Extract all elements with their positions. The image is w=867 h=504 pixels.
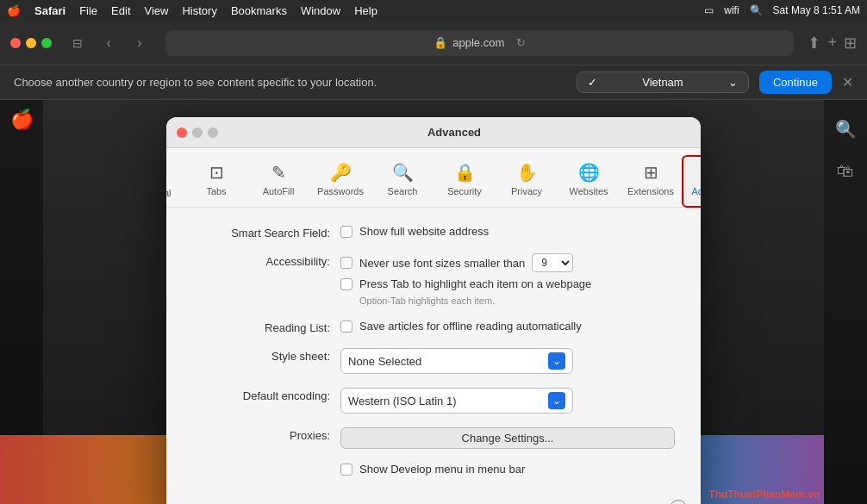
develop-label-spacer xyxy=(192,463,330,464)
menubar: 🍎 Safari File Edit View History Bookmark… xyxy=(0,0,867,21)
menubar-search[interactable]: 🔍 xyxy=(750,4,763,16)
country-dropdown[interactable]: ✓ Vietnam ⌄ xyxy=(577,72,749,93)
bookmarks-menu[interactable]: Bookmarks xyxy=(231,4,287,17)
passwords-icon: 🔑 xyxy=(330,162,352,183)
reading-list-checkbox[interactable] xyxy=(340,320,352,333)
change-settings-button[interactable]: Change Settings... xyxy=(340,427,675,449)
notification-bar: Choose another country or region to see … xyxy=(0,65,867,100)
develop-checkbox[interactable] xyxy=(340,464,352,476)
minimize-button[interactable] xyxy=(26,38,36,48)
accessibility-label: Accessibility: xyxy=(192,253,330,268)
tab-highlight-label: Press Tab to highlight each item on a we… xyxy=(359,277,591,290)
font-size-label: Never use font sizes smaller than xyxy=(359,257,525,270)
lock-icon: 🔒 xyxy=(434,36,447,49)
view-menu[interactable]: View xyxy=(145,4,169,17)
encoding-row: Default encoding: Western (ISO Latin 1) … xyxy=(192,388,675,414)
tab-tabs[interactable]: ⊡ Tabs xyxy=(185,155,247,207)
font-size-select[interactable]: 9 10 12 xyxy=(532,253,573,272)
smart-search-content: Show full website address xyxy=(340,225,675,238)
safari-toolbar: ⊟ ‹ › 🔒 apple.com ↻ ⬆ + ⊞ xyxy=(0,21,867,65)
develop-checkbox-label: Show Develop menu in menu bar xyxy=(359,463,525,476)
history-menu[interactable]: History xyxy=(182,4,216,17)
encoding-dropdown[interactable]: Western (ISO Latin 1) ⌄ xyxy=(340,388,573,414)
close-button[interactable] xyxy=(10,38,21,48)
safari-window: ⊟ ‹ › 🔒 apple.com ↻ ⬆ + ⊞ Choose another… xyxy=(0,21,867,504)
style-sheet-dropdown[interactable]: None Selected ⌄ xyxy=(340,348,573,374)
smart-search-row: Smart Search Field: Show full website ad… xyxy=(192,225,675,240)
page-content: 🍎 🔍 🛍 ThuThuatPhanMem.vn Advanced xyxy=(0,100,867,504)
safari-menu[interactable]: Safari xyxy=(34,4,65,17)
url-text: apple.com xyxy=(452,36,504,49)
tabs-row: ⚙ General ⊡ Tabs ✎ AutoFill 🔑 Passwords xyxy=(166,148,701,208)
accessibility-row: Accessibility: Never use font sizes smal… xyxy=(192,253,675,306)
tab-extensions[interactable]: ⊞ Extensions xyxy=(620,155,682,207)
tab-highlight-checkbox[interactable] xyxy=(340,278,352,290)
tab-privacy[interactable]: ✋ Privacy xyxy=(496,155,558,207)
proxies-content: Change Settings... xyxy=(340,427,675,449)
tab-security[interactable]: 🔒 Security xyxy=(434,155,496,207)
tab-advanced[interactable]: ⚙ Advanced xyxy=(682,155,701,208)
apple-menu-icon[interactable]: 🍎 xyxy=(7,4,21,17)
tab-autofill[interactable]: ✎ AutoFill xyxy=(247,155,309,207)
reading-list-label: Reading List: xyxy=(192,320,330,334)
new-tab-icon[interactable]: + xyxy=(827,34,837,52)
accessibility-hint: Option-Tab highlights each item. xyxy=(359,296,675,306)
tab-autofill-label: AutoFill xyxy=(263,186,295,196)
forward-button[interactable]: › xyxy=(128,31,152,55)
address-bar[interactable]: 🔒 apple.com ↻ xyxy=(165,30,794,56)
tab-search-label: Search xyxy=(388,186,418,196)
dialog-close-button[interactable] xyxy=(177,128,187,138)
edit-menu[interactable]: Edit xyxy=(111,4,130,17)
menubar-battery: ▭ xyxy=(704,4,714,16)
style-sheet-row: Style sheet: None Selected ⌄ xyxy=(192,348,675,374)
back-button[interactable]: ‹ xyxy=(97,31,121,55)
sidebar-icon[interactable]: ⊞ xyxy=(844,34,857,53)
encoding-label: Default encoding: xyxy=(192,388,330,402)
extensions-icon: ⊞ xyxy=(644,162,658,183)
tab-passwords-label: Passwords xyxy=(317,186,364,196)
dialog-footer: ? xyxy=(166,493,701,504)
tab-general[interactable]: ⚙ General xyxy=(166,155,185,207)
menubar-time: Sat May 8 1:51 AM xyxy=(773,4,860,16)
font-size-checkbox[interactable] xyxy=(340,257,352,269)
help-button[interactable]: ? xyxy=(670,500,687,504)
window-menu[interactable]: Window xyxy=(301,4,340,17)
tab-security-label: Security xyxy=(447,186,482,196)
font-size-row: Never use font sizes smaller than 9 10 1… xyxy=(340,253,675,272)
style-sheet-value: None Selected xyxy=(348,355,421,368)
close-notification-button[interactable]: ✕ xyxy=(842,74,853,90)
dialog-body: Smart Search Field: Show full website ad… xyxy=(166,208,701,493)
encoding-arrow-icon: ⌄ xyxy=(548,392,565,409)
tab-passwords[interactable]: 🔑 Passwords xyxy=(309,155,371,207)
smart-search-checkbox-label: Show full website address xyxy=(359,225,489,238)
tab-extensions-label: Extensions xyxy=(627,186,674,196)
websites-icon: 🌐 xyxy=(578,162,600,183)
privacy-icon: ✋ xyxy=(516,162,538,183)
fullscreen-button[interactable] xyxy=(41,38,52,48)
dialog-title: Advanced xyxy=(218,126,690,139)
style-sheet-arrow-icon: ⌄ xyxy=(548,352,565,370)
tab-search[interactable]: 🔍 Search xyxy=(371,155,434,207)
dialog-overlay: Advanced ⚙ General ⊡ Tabs ✎ AutoFill xyxy=(0,100,867,504)
sidebar-toggle-button[interactable]: ⊟ xyxy=(65,31,90,55)
help-menu[interactable]: Help xyxy=(354,4,377,17)
tabs-icon: ⊡ xyxy=(209,162,224,183)
dialog-titlebar: Advanced xyxy=(166,117,701,148)
tab-highlight-row: Press Tab to highlight each item on a we… xyxy=(340,277,675,290)
reload-icon[interactable]: ↻ xyxy=(516,36,526,49)
develop-row: Show Develop menu in menu bar xyxy=(192,463,675,476)
search-icon: 🔍 xyxy=(392,162,414,183)
continue-button[interactable]: Continue xyxy=(759,71,832,94)
encoding-content: Western (ISO Latin 1) ⌄ xyxy=(340,388,675,414)
encoding-value: Western (ISO Latin 1) xyxy=(348,395,456,408)
style-sheet-content: None Selected ⌄ xyxy=(340,348,675,374)
dialog-fullscreen-button[interactable] xyxy=(208,128,218,138)
accessibility-content: Never use font sizes smaller than 9 10 1… xyxy=(340,253,675,306)
advanced-dialog: Advanced ⚙ General ⊡ Tabs ✎ AutoFill xyxy=(166,117,701,504)
tab-websites[interactable]: 🌐 Websites xyxy=(558,155,620,207)
reading-list-checkbox-row: Save articles for offline reading automa… xyxy=(340,320,675,333)
smart-search-checkbox[interactable] xyxy=(340,226,352,238)
dialog-minimize-button[interactable] xyxy=(192,128,203,138)
file-menu[interactable]: File xyxy=(79,4,97,17)
share-icon[interactable]: ⬆ xyxy=(808,34,820,53)
